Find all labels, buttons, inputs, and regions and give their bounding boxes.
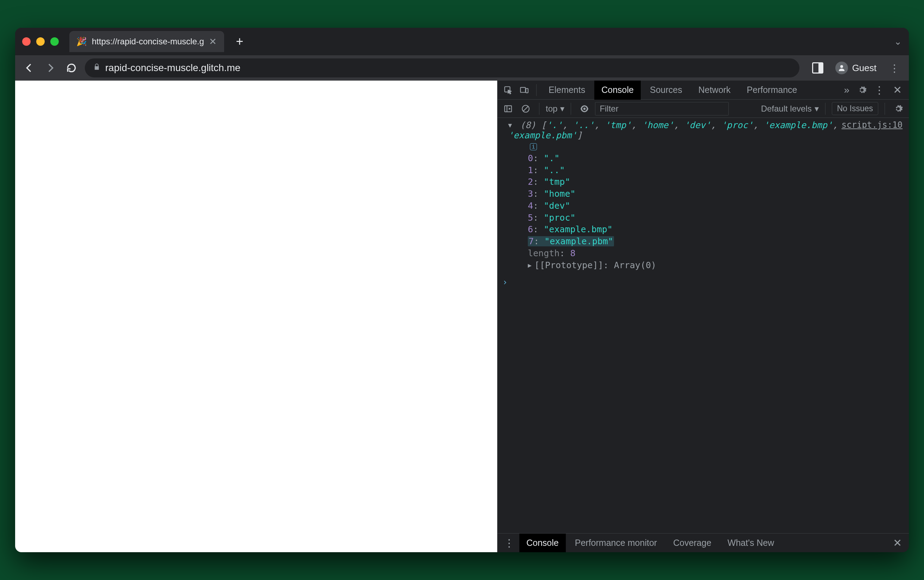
- expand-arrow-icon[interactable]: [528, 259, 532, 271]
- context-selector[interactable]: top ▾: [546, 104, 564, 114]
- browser-tab[interactable]: 🎉 https://rapid-concise-muscle.g ✕: [69, 31, 224, 52]
- expand-arrow-icon[interactable]: [508, 119, 512, 130]
- new-tab-button[interactable]: +: [231, 33, 248, 50]
- browser-menu-button[interactable]: ⋮: [886, 62, 903, 74]
- profile-button[interactable]: Guest: [832, 60, 880, 76]
- filter-input[interactable]: [595, 102, 729, 115]
- more-tabs-button[interactable]: »: [840, 84, 853, 96]
- forward-button[interactable]: [43, 60, 58, 76]
- array-summary: (8) ['.', '..', 'tmp', 'home', 'dev', 'p…: [508, 120, 838, 140]
- dropdown-arrow-icon: ▾: [815, 104, 819, 114]
- live-expression-button[interactable]: [577, 102, 592, 116]
- tab-favicon: 🎉: [76, 36, 87, 46]
- devtools-tabs: Elements Console Sources Network Perform…: [498, 81, 909, 100]
- array-item[interactable]: 0: ".": [528, 152, 904, 164]
- device-toolbar-button[interactable]: [517, 83, 531, 97]
- tab-title: https://rapid-concise-muscle.g: [92, 36, 204, 46]
- address-bar: rapid-concise-muscle.glitch.me Guest ⋮: [15, 55, 909, 81]
- console-toolbar: top ▾ Default levels ▾ No Issues: [498, 100, 909, 118]
- drawer-tab-perf-monitor[interactable]: Performance monitor: [568, 534, 664, 552]
- svg-rect-3: [526, 88, 528, 92]
- inspect-element-button[interactable]: [501, 83, 515, 97]
- close-tab-button[interactable]: ✕: [209, 36, 217, 47]
- log-entry[interactable]: (8) ['.', '..', 'tmp', 'home', 'dev', 'p…: [498, 118, 909, 273]
- panel-icon: [812, 62, 824, 74]
- expanded-array: i 0: "." 1: ".." 2: "tmp" 3: "home" 4: "…: [508, 140, 904, 271]
- log-levels-selector[interactable]: Default levels ▾: [761, 104, 819, 114]
- array-item[interactable]: 5: "proc": [528, 212, 904, 224]
- array-item[interactable]: 2: "tmp": [528, 176, 904, 188]
- levels-label: Default levels: [761, 104, 812, 114]
- profile-label: Guest: [852, 63, 876, 74]
- devtools-menu-button[interactable]: ⋮: [871, 84, 888, 96]
- info-icon[interactable]: i: [530, 143, 537, 150]
- url-text: rapid-concise-muscle.glitch.me: [105, 62, 240, 74]
- console-output[interactable]: script.js:10 (8) ['.', '..', 'tmp', 'hom…: [498, 118, 909, 533]
- minimize-window-button[interactable]: [36, 37, 45, 46]
- issues-button[interactable]: No Issues: [832, 102, 878, 115]
- array-item[interactable]: 1: "..": [528, 164, 904, 176]
- web-page[interactable]: [15, 81, 497, 552]
- drawer-tab-whats-new[interactable]: What's New: [721, 534, 781, 552]
- lock-icon: [93, 63, 100, 72]
- devtools-panel: Elements Console Sources Network Perform…: [497, 81, 909, 552]
- drawer-tab-coverage[interactable]: Coverage: [666, 534, 718, 552]
- avatar-icon: [835, 62, 848, 74]
- devtools-drawer: ⋮ Console Performance monitor Coverage W…: [498, 533, 909, 552]
- tab-sources[interactable]: Sources: [643, 81, 689, 100]
- tab-bar: 🎉 https://rapid-concise-muscle.g ✕ + ⌄: [15, 28, 909, 55]
- omnibox[interactable]: rapid-concise-muscle.glitch.me: [85, 58, 799, 77]
- svg-rect-2: [520, 87, 525, 92]
- tab-elements[interactable]: Elements: [541, 81, 592, 100]
- tab-console[interactable]: Console: [594, 81, 641, 100]
- svg-point-0: [840, 65, 843, 68]
- close-window-button[interactable]: [22, 37, 31, 46]
- tab-search-button[interactable]: ⌄: [894, 36, 902, 47]
- dropdown-arrow-icon: ▾: [560, 104, 564, 114]
- console-prompt[interactable]: ›: [498, 273, 909, 292]
- console-sidebar-toggle[interactable]: [501, 102, 515, 116]
- window-controls: [22, 37, 59, 46]
- side-panel-button[interactable]: [810, 60, 825, 76]
- console-settings-button[interactable]: [891, 102, 905, 116]
- drawer-close-button[interactable]: ✕: [889, 537, 905, 549]
- clear-console-button[interactable]: [519, 102, 533, 116]
- array-item[interactable]: 6: "example.bmp": [528, 224, 904, 236]
- maximize-window-button[interactable]: [50, 37, 59, 46]
- array-item[interactable]: 4: "dev": [528, 200, 904, 212]
- content-area: Elements Console Sources Network Perform…: [15, 81, 909, 552]
- source-link[interactable]: script.js:10: [842, 120, 903, 130]
- devtools-settings-button[interactable]: [855, 83, 869, 97]
- back-button[interactable]: [21, 60, 37, 76]
- svg-point-6: [584, 107, 586, 110]
- context-label: top: [546, 104, 557, 114]
- array-item[interactable]: 3: "home": [528, 188, 904, 200]
- devtools-close-button[interactable]: ✕: [889, 84, 905, 96]
- tab-network[interactable]: Network: [691, 81, 738, 100]
- array-length[interactable]: length: 8: [528, 247, 904, 259]
- array-item[interactable]: 7: "example.pbm": [528, 236, 904, 247]
- drawer-menu-button[interactable]: ⋮: [501, 537, 517, 549]
- prototype-row[interactable]: [[Prototype]]: Array(0): [528, 259, 904, 271]
- reload-button[interactable]: [64, 60, 79, 76]
- tab-performance[interactable]: Performance: [740, 81, 804, 100]
- drawer-tab-console[interactable]: Console: [520, 534, 566, 552]
- browser-window: 🎉 https://rapid-concise-muscle.g ✕ + ⌄ r…: [15, 28, 909, 552]
